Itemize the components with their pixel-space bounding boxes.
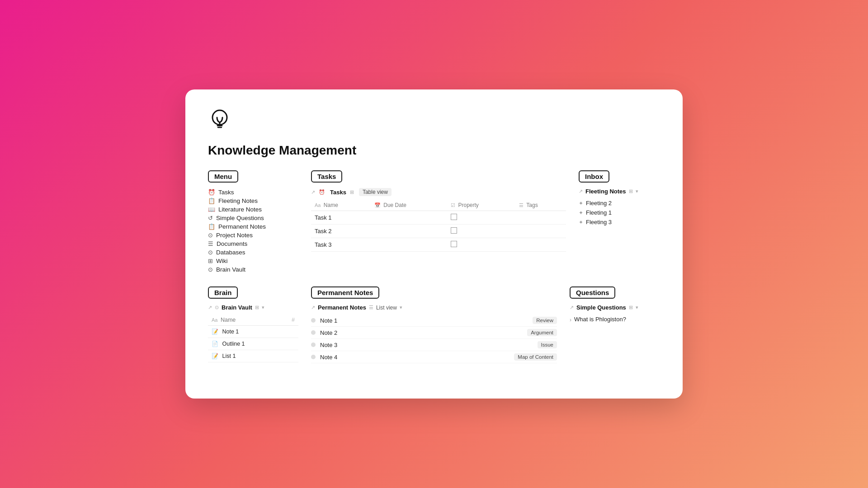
menu-item-brain-vault-label: Brain Vault [216, 266, 245, 273]
questions-sub-header: ↗ Simple Questions ⊞ ▾ [570, 304, 660, 311]
menu-item-documents[interactable]: ☰ Documents [208, 239, 298, 248]
questions-chevron-icon[interactable]: ▾ [636, 305, 638, 310]
task2-property[interactable] [447, 225, 515, 238]
tasks-col-name: Aa Name [311, 200, 371, 211]
inbox-view-icon: ⊞ [629, 188, 633, 194]
perm-tag-1: Review [533, 317, 557, 324]
permanent-notes-panel-title: Permanent Notes [311, 286, 379, 299]
task2-checkbox[interactable] [451, 227, 457, 234]
menu-items-list: ⏰ Tasks 📋 Fleeting Notes 📖 Literature No… [208, 188, 298, 274]
perm-tag-3: Issue [538, 341, 557, 348]
brain-row3-name[interactable]: 📝 List 1 [208, 350, 280, 362]
perm-arrow-icon: ↗ [311, 305, 315, 310]
brain-row2-name[interactable]: 📄 Outline 1 [208, 338, 280, 350]
perm-item-3[interactable]: Note 3 Issue [311, 339, 557, 351]
tasks-view-badge[interactable]: Table view [359, 188, 392, 196]
perm-items-list: Note 1 Review Note 2 Argument Note 3 Iss… [311, 314, 557, 363]
inbox-panel: Inbox ↗ Fleeting Notes ⊞ ▾ ✦ Fleeting 2 … [579, 170, 660, 274]
menu-item-simple-questions[interactable]: ↺ Simple Questions [208, 214, 298, 222]
brain-sub-header: ↗ ⊙ Brain Vault ⊞ ▾ [208, 304, 298, 311]
task2-name[interactable]: Task 2 [311, 225, 371, 238]
questions-sub-label[interactable]: Simple Questions [576, 304, 626, 311]
questions-panel: Questions ↗ Simple Questions ⊞ ▾ › What … [570, 286, 660, 363]
tasks-arrow-icon: ↗ [311, 189, 315, 195]
questions-grid-icon: ⊞ [629, 305, 633, 310]
brain-vault-icon2: ⊙ [215, 305, 219, 310]
menu-item-brain-vault[interactable]: ⊙ Brain Vault [208, 265, 298, 274]
inbox-item-fleeting2[interactable]: ✦ Fleeting 2 [579, 198, 660, 208]
perm-name-4: Note 4 [320, 354, 514, 361]
brain-grid-icon: ⊞ [255, 305, 259, 310]
fleeting1-icon: ✦ [579, 210, 583, 216]
questions-items-list: › What is Phlogiston? [570, 314, 660, 324]
task1-due [371, 211, 447, 225]
menu-item-wiki[interactable]: ⊞ Wiki [208, 257, 298, 265]
menu-item-permanent-notes[interactable]: 📋 Permanent Notes [208, 222, 298, 231]
perm-item-1[interactable]: Note 1 Review [311, 314, 557, 327]
table-row: 📝 Note 1 [208, 326, 298, 338]
perm-dot-4 [311, 355, 316, 359]
literature-notes-icon: 📖 [208, 206, 215, 213]
menu-item-project-label: Project Notes [216, 232, 253, 239]
brain-row3-icon: 📝 [212, 353, 218, 359]
tasks-header-clock-icon: ⏰ [319, 189, 325, 195]
perm-sub-label[interactable]: Permanent Notes [318, 304, 366, 311]
menu-item-databases[interactable]: ⊙ Databases [208, 248, 298, 257]
perm-name-2: Note 2 [320, 329, 527, 336]
brain-panel: Brain ↗ ⊙ Brain Vault ⊞ ▾ Aa Name # [208, 286, 298, 363]
task1-checkbox[interactable] [451, 214, 457, 220]
inbox-items-list: ✦ Fleeting 2 ✦ Fleeting 1 ✦ Fleeting 3 [579, 198, 660, 227]
perm-item-2[interactable]: Note 2 Argument [311, 327, 557, 339]
brain-vault-icon: ⊙ [208, 266, 213, 273]
menu-item-fleeting-notes[interactable]: 📋 Fleeting Notes [208, 197, 298, 205]
task3-checkbox[interactable] [451, 241, 457, 247]
project-notes-icon: ⊙ [208, 232, 213, 239]
brain-panel-title: Brain [208, 286, 238, 299]
brain-col-name: Aa Name [208, 314, 280, 326]
bottom-row: Brain ↗ ⊙ Brain Vault ⊞ ▾ Aa Name # [208, 286, 660, 363]
permanent-notes-icon: 📋 [208, 223, 215, 230]
brain-sub-label[interactable]: Brain Vault [222, 304, 252, 311]
perm-chevron-icon[interactable]: ▾ [400, 305, 402, 310]
inbox-sub-label[interactable]: Fleeting Notes [585, 188, 626, 195]
menu-item-literature-notes[interactable]: 📖 Literature Notes [208, 205, 298, 214]
menu-item-fleeting-label: Fleeting Notes [218, 197, 258, 204]
app-window: Knowledge Management Menu ⏰ Tasks 📋 Flee… [185, 89, 683, 399]
inbox-chevron-icon[interactable]: ▾ [636, 188, 638, 194]
permanent-notes-panel: Permanent Notes ↗ Permanent Notes ☰ List… [311, 286, 557, 363]
menu-item-questions-label: Simple Questions [216, 215, 264, 221]
brain-row1-icon: 📝 [212, 328, 218, 335]
task2-due [371, 225, 447, 238]
tasks-panel-header: ↗ ⏰ Tasks ⊞ Table view [311, 188, 566, 196]
question-item-1[interactable]: › What is Phlogiston? [570, 314, 660, 324]
brain-row2-icon: 📄 [212, 341, 218, 347]
inbox-item-fleeting3[interactable]: ✦ Fleeting 3 [579, 217, 660, 227]
page-title: Knowledge Management [208, 143, 660, 158]
documents-icon: ☰ [208, 240, 213, 247]
fleeting3-label: Fleeting 3 [586, 219, 612, 225]
perm-view-badge[interactable]: List view [376, 305, 397, 311]
perm-name-3: Note 3 [320, 342, 538, 348]
brain-row1-name[interactable]: 📝 Note 1 [208, 326, 280, 338]
task1-property[interactable] [447, 211, 515, 225]
task2-tags [515, 225, 566, 238]
task3-property[interactable] [447, 238, 515, 252]
task3-tags [515, 238, 566, 252]
tasks-header-link[interactable]: Tasks [330, 189, 346, 196]
tasks-table-icon: ⊞ [350, 189, 354, 195]
task1-name[interactable]: Task 1 [311, 211, 371, 225]
menu-item-project-notes[interactable]: ⊙ Project Notes [208, 231, 298, 239]
menu-item-documents-label: Documents [217, 240, 247, 247]
tasks-col-property: ☑ Property [447, 200, 515, 211]
menu-item-tasks[interactable]: ⏰ Tasks [208, 188, 298, 197]
perm-tag-4: Map of Content [514, 353, 557, 361]
question-bullet-icon: › [570, 317, 571, 323]
inbox-item-fleeting1[interactable]: ✦ Fleeting 1 [579, 208, 660, 217]
perm-item-4[interactable]: Note 4 Map of Content [311, 351, 557, 363]
wiki-icon: ⊞ [208, 258, 213, 264]
perm-dot-1 [311, 318, 316, 323]
brain-arrow-icon: ↗ [208, 305, 212, 310]
brain-chevron-icon[interactable]: ▾ [262, 305, 264, 310]
task3-name[interactable]: Task 3 [311, 238, 371, 252]
tasks-col-due-date: 📅 Due Date [371, 200, 447, 211]
